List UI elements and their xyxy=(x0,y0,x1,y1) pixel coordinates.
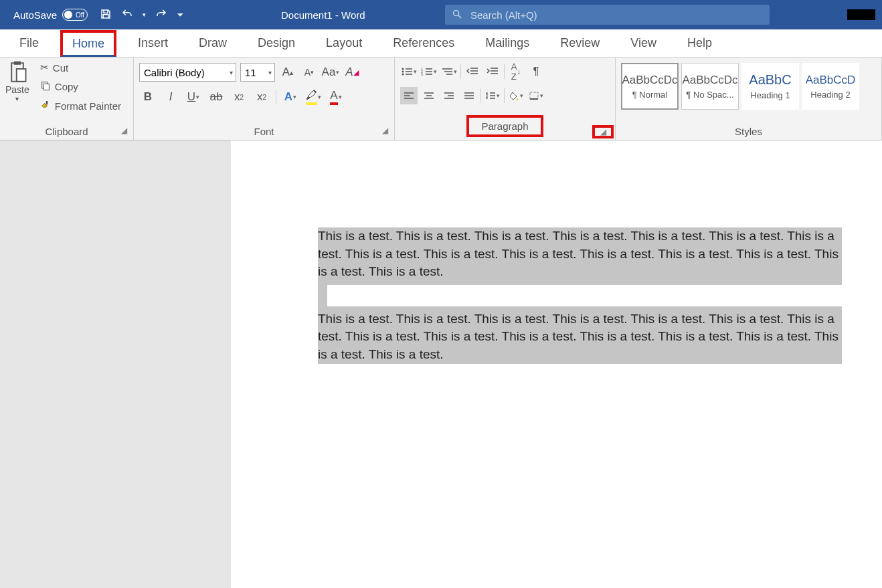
style-preview: AaBbC xyxy=(749,72,791,88)
multilevel-list-button[interactable] xyxy=(440,63,458,80)
align-right-button[interactable] xyxy=(440,87,458,104)
selected-blank-line[interactable] xyxy=(318,281,842,310)
style-heading2[interactable]: AaBbCcD Heading 2 xyxy=(802,63,859,110)
numbering-button[interactable]: 123 xyxy=(420,63,438,80)
document-content[interactable]: This is a test. This is a test. This is … xyxy=(231,140,882,364)
increase-indent-button[interactable] xyxy=(484,63,501,80)
blank-line xyxy=(327,285,843,306)
strikethrough-button[interactable]: ab xyxy=(207,88,225,106)
clipboard-group-label: Clipboard xyxy=(5,126,128,140)
paragraph-group: 123 AZ↓ ¶ Paragraph xyxy=(395,58,616,140)
paste-button[interactable]: Paste ▾ xyxy=(5,60,29,102)
superscript-button[interactable]: x2 xyxy=(253,88,270,106)
font-size-value: 11 xyxy=(245,67,256,78)
align-center-button[interactable] xyxy=(420,87,438,104)
svg-text:3: 3 xyxy=(421,72,423,76)
search-icon xyxy=(452,9,462,21)
cut-button[interactable]: ✂ Cut xyxy=(37,60,124,75)
borders-button[interactable] xyxy=(527,87,545,104)
clear-formatting-button[interactable]: A◢ xyxy=(343,64,361,81)
ribbon: Paste ▾ ✂ Cut Copy Format Painter Clipbo… xyxy=(0,58,882,140)
svg-point-12 xyxy=(402,74,404,76)
svg-rect-7 xyxy=(46,101,48,104)
save-icon[interactable] xyxy=(100,8,112,22)
separator xyxy=(276,90,276,104)
copy-label: Copy xyxy=(55,81,78,92)
brush-icon xyxy=(40,100,51,112)
font-size-select[interactable]: 11 ▾ xyxy=(240,63,275,82)
shading-button[interactable] xyxy=(507,87,525,104)
decrease-font-button[interactable]: A▾ xyxy=(300,64,318,81)
autosave-toggle[interactable]: AutoSave Off xyxy=(13,9,88,21)
clipboard-group: Paste ▾ ✂ Cut Copy Format Painter Clipbo… xyxy=(0,58,134,140)
svg-point-8 xyxy=(402,68,404,70)
tab-file[interactable]: File xyxy=(10,32,48,54)
selected-paragraph-1[interactable]: This is a test. This is a test. This is … xyxy=(318,227,842,281)
document-page[interactable]: This is a test. This is a test. This is … xyxy=(231,140,882,588)
selected-paragraph-2[interactable]: This is a test. This is a test. This is … xyxy=(318,310,842,364)
paragraph-launcher[interactable]: ◢ xyxy=(592,125,614,138)
ribbon-tabs: File Home Insert Draw Design Layout Refe… xyxy=(0,29,882,58)
format-painter-label: Format Painter xyxy=(55,100,121,112)
font-name-select[interactable]: Calibri (Body) ▾ xyxy=(139,63,236,82)
search-box[interactable]: Search (Alt+Q) xyxy=(445,5,770,25)
increase-font-button[interactable]: A▴ xyxy=(279,64,296,81)
style-no-spacing[interactable]: AaBbCcDc ¶ No Spac... xyxy=(681,63,739,110)
highlight-button[interactable]: 🖍 xyxy=(304,88,322,106)
style-normal[interactable]: AaBbCcDc ¶ Normal xyxy=(621,63,679,110)
font-launcher[interactable]: ◢ xyxy=(379,125,390,136)
copy-button[interactable]: Copy xyxy=(37,79,124,94)
redo-icon[interactable] xyxy=(155,8,167,22)
font-group-label: Font xyxy=(139,126,389,140)
tab-design[interactable]: Design xyxy=(248,32,304,54)
show-paragraph-marks-button[interactable]: ¶ xyxy=(527,63,545,80)
undo-dropdown-icon[interactable]: ▾ xyxy=(143,11,146,18)
styles-gallery[interactable]: AaBbCcDc ¶ Normal AaBbCcDc ¶ No Spac... … xyxy=(621,63,859,110)
clipboard-launcher[interactable]: ◢ xyxy=(118,125,129,136)
tab-view[interactable]: View xyxy=(621,32,666,54)
style-name: ¶ No Spac... xyxy=(686,90,733,100)
paste-dropdown-icon[interactable]: ▾ xyxy=(15,95,19,102)
toggle-state: Off xyxy=(76,11,84,19)
toggle-switch[interactable]: Off xyxy=(62,9,88,21)
tab-review[interactable]: Review xyxy=(551,32,609,54)
change-case-button[interactable]: Aa xyxy=(322,64,339,81)
paragraph-group-label: Paragraph xyxy=(400,115,610,140)
tab-layout[interactable]: Layout xyxy=(317,32,371,54)
justify-button[interactable] xyxy=(460,87,478,104)
search-placeholder: Search (Alt+Q) xyxy=(470,9,537,21)
scissors-icon: ✂ xyxy=(40,62,49,74)
sort-button[interactable]: AZ↓ xyxy=(507,63,525,80)
text-effects-button[interactable]: A xyxy=(282,88,299,106)
line-spacing-button[interactable] xyxy=(484,87,501,104)
tab-draw[interactable]: Draw xyxy=(189,32,236,54)
bullets-button[interactable] xyxy=(400,63,418,80)
format-painter-button[interactable]: Format Painter xyxy=(37,98,124,114)
svg-rect-6 xyxy=(43,84,49,90)
svg-line-1 xyxy=(458,15,461,18)
svg-rect-3 xyxy=(14,62,21,65)
decrease-indent-button[interactable] xyxy=(464,63,481,80)
style-name: Heading 2 xyxy=(810,90,850,100)
copy-icon xyxy=(40,80,51,93)
paragraph-label-text: Paragraph xyxy=(466,115,543,137)
style-name: ¶ Normal xyxy=(632,90,668,100)
font-color-button[interactable]: A xyxy=(327,88,345,106)
tab-help[interactable]: Help xyxy=(678,32,721,54)
tab-mailings[interactable]: Mailings xyxy=(476,32,539,54)
style-heading1[interactable]: AaBbC Heading 1 xyxy=(741,63,799,110)
italic-button[interactable]: I xyxy=(162,88,179,106)
styles-group-label: Styles xyxy=(621,126,876,140)
qat-customize-icon[interactable]: ⏷ xyxy=(177,11,184,19)
tab-insert[interactable]: Insert xyxy=(128,32,177,54)
tab-references[interactable]: References xyxy=(383,32,464,54)
align-left-button[interactable] xyxy=(400,87,418,104)
subscript-button[interactable]: x2 xyxy=(230,88,248,106)
undo-icon[interactable] xyxy=(121,8,133,22)
bold-button[interactable]: B xyxy=(139,88,157,106)
tab-home[interactable]: Home xyxy=(60,30,116,57)
svg-rect-44 xyxy=(530,92,538,99)
underline-button[interactable]: U xyxy=(185,88,202,106)
style-preview: AaBbCcDc xyxy=(682,74,737,87)
chevron-down-icon: ▾ xyxy=(268,69,274,76)
